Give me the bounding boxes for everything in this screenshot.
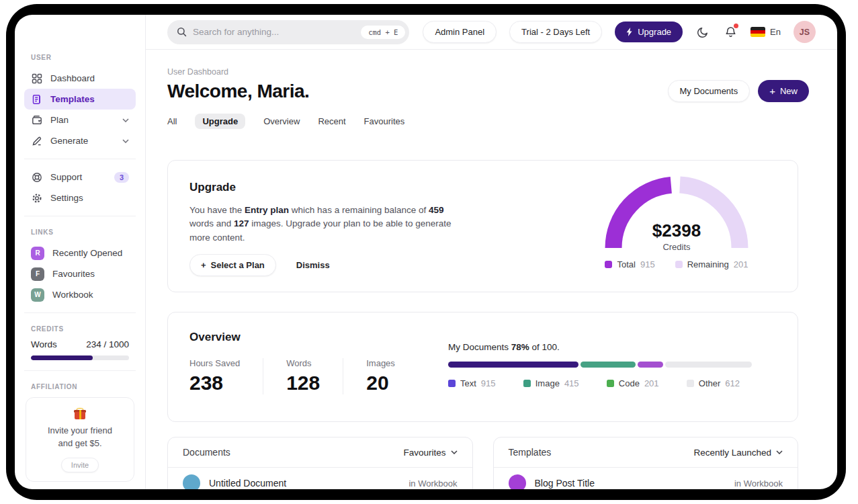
documents-filter-dropdown[interactable]: Favourites bbox=[403, 448, 457, 458]
notifications-bell-icon[interactable] bbox=[723, 25, 738, 40]
credits-label: Words bbox=[31, 339, 57, 349]
affiliation-card: Invite your friend and get $5. Invite bbox=[26, 397, 134, 482]
sidebar: USER Dashboard Templates bbox=[15, 15, 146, 489]
overview-card: Overview Hours Saved 238 Words 128 Image… bbox=[167, 312, 798, 422]
admin-panel-button[interactable]: Admin Panel bbox=[423, 21, 497, 43]
legend-other: Other 612 bbox=[687, 378, 740, 388]
notification-dot bbox=[734, 24, 738, 28]
stacked-bar bbox=[448, 362, 752, 368]
template-avatar bbox=[509, 474, 526, 489]
upgrade-card-body: You have the Entry plan which has a rema… bbox=[189, 204, 462, 245]
chevron-down-icon bbox=[122, 139, 129, 143]
plus-icon: + bbox=[201, 260, 206, 270]
chevron-down-icon bbox=[122, 118, 129, 122]
search-input[interactable] bbox=[193, 27, 355, 37]
legend-text: Text 915 bbox=[448, 378, 496, 388]
upgrade-card: Upgrade You have the Entry plan which ha… bbox=[167, 160, 798, 292]
topbar: cmd + E Admin Panel Trial - 2 Days Left … bbox=[146, 15, 837, 50]
search-bar[interactable]: cmd + E bbox=[167, 20, 409, 44]
locale-label: En bbox=[770, 27, 781, 37]
documents-usage-chart: My Documents 78% of 100. Text 915 bbox=[448, 342, 752, 388]
germany-flag-icon bbox=[750, 27, 765, 37]
my-documents-button[interactable]: My Documents bbox=[668, 80, 750, 102]
legend-swatch bbox=[605, 261, 612, 268]
legend-total: Total 915 bbox=[605, 259, 654, 269]
user-avatar[interactable]: JS bbox=[793, 21, 816, 43]
document-title: Untitled Document bbox=[209, 478, 286, 489]
legend-image: Image 415 bbox=[523, 378, 579, 388]
sidebar-divider bbox=[24, 312, 136, 313]
sidebar-divider bbox=[24, 370, 136, 371]
sidebar-divider bbox=[24, 216, 136, 216]
sidebar-item-label: Dashboard bbox=[50, 73, 95, 83]
gauge-center-value: $2398 bbox=[601, 220, 752, 241]
legend-code: Code 201 bbox=[607, 378, 659, 388]
template-location: in Workbook bbox=[734, 478, 783, 489]
templates-document-icon bbox=[31, 93, 42, 105]
template-list-item[interactable]: Blog Post Title in Workbook bbox=[494, 468, 798, 489]
search-shortcut-kbd: cmd + E bbox=[361, 26, 405, 39]
templates-card-title: Templates bbox=[509, 447, 552, 458]
templates-card: Templates Recently Launched Blog Post Ti… bbox=[493, 437, 799, 489]
device-frame: USER Dashboard Templates bbox=[6, 4, 846, 500]
documents-card-title: Documents bbox=[183, 447, 230, 458]
credits-value: 234 / 1000 bbox=[86, 339, 129, 349]
dark-mode-moon-icon[interactable] bbox=[695, 25, 710, 40]
affiliation-text: Invite your friend and get $5. bbox=[32, 425, 128, 450]
app-window: USER Dashboard Templates bbox=[15, 15, 837, 489]
sidebar-item-support[interactable]: Support 3 bbox=[24, 167, 136, 187]
pencil-icon bbox=[31, 135, 42, 146]
bar-segment-other bbox=[665, 362, 752, 368]
sidebar-link-workbook[interactable]: W Workbook bbox=[24, 284, 136, 305]
bar-segment-image bbox=[581, 362, 635, 368]
sidebar-section-affiliation: AFFILIATION bbox=[31, 383, 136, 390]
lightning-bolt-icon bbox=[626, 28, 633, 36]
language-switcher[interactable]: En bbox=[750, 27, 781, 37]
dismiss-button[interactable]: Dismiss bbox=[296, 260, 330, 270]
documents-card: Documents Favourites Untitled Document i… bbox=[167, 437, 473, 489]
page-title: Welcome, Maria. bbox=[167, 81, 309, 102]
sidebar-item-generate[interactable]: Generate bbox=[24, 130, 136, 151]
sidebar-item-settings[interactable]: Settings bbox=[24, 187, 136, 208]
support-count-badge: 3 bbox=[114, 172, 129, 183]
stat-words: Words 128 bbox=[263, 358, 343, 394]
tab-upgrade[interactable]: Upgrade bbox=[195, 114, 245, 129]
bar-segment-text bbox=[448, 362, 578, 368]
chevron-down-icon bbox=[776, 450, 783, 454]
tab-recent[interactable]: Recent bbox=[318, 114, 345, 129]
dashboard-grid-icon bbox=[31, 73, 42, 84]
sidebar-item-dashboard[interactable]: Dashboard bbox=[24, 68, 136, 89]
sidebar-link-favourites[interactable]: F Favourites bbox=[24, 263, 136, 284]
new-button[interactable]: + New bbox=[758, 80, 809, 102]
upgrade-button[interactable]: Upgrade bbox=[615, 22, 683, 42]
document-list-item[interactable]: Untitled Document in Workbook bbox=[168, 468, 472, 489]
plus-icon: + bbox=[769, 85, 775, 97]
link-initial-badge: F bbox=[31, 267, 44, 281]
document-avatar bbox=[183, 474, 200, 489]
tab-all[interactable]: All bbox=[167, 114, 177, 129]
sidebar-item-label: Settings bbox=[50, 193, 83, 203]
trial-days-left-button[interactable]: Trial - 2 Days Left bbox=[509, 21, 602, 43]
gift-icon bbox=[74, 408, 86, 419]
templates-filter-dropdown[interactable]: Recently Launched bbox=[693, 448, 783, 458]
sidebar-link-recently-opened[interactable]: R Recently Opened bbox=[24, 243, 136, 263]
credits-progress-track bbox=[31, 355, 129, 360]
template-title: Blog Post Title bbox=[535, 478, 595, 489]
stat-hours-saved: Hours Saved 238 bbox=[189, 358, 263, 394]
chevron-down-icon bbox=[451, 450, 458, 454]
select-plan-button[interactable]: + Select a Plan bbox=[189, 254, 276, 276]
documents-progress-text: My Documents 78% of 100. bbox=[448, 342, 752, 352]
sidebar-item-label: Templates bbox=[50, 94, 95, 104]
sidebar-item-templates[interactable]: Templates bbox=[24, 89, 136, 110]
tab-overview[interactable]: Overview bbox=[263, 114, 300, 129]
link-initial-badge: W bbox=[31, 288, 44, 302]
invite-button[interactable]: Invite bbox=[61, 458, 99, 472]
credits-row: Words 234 / 1000 bbox=[24, 339, 136, 349]
sidebar-item-plan[interactable]: Plan bbox=[24, 110, 136, 130]
sidebar-item-label: Generate bbox=[50, 136, 88, 146]
credits-progress-fill bbox=[31, 355, 93, 360]
sidebar-item-label: Recently Opened bbox=[52, 248, 122, 258]
tab-favourites[interactable]: Favourites bbox=[364, 114, 405, 129]
bar-segment-code bbox=[638, 362, 663, 368]
lifebuoy-icon bbox=[31, 171, 42, 183]
